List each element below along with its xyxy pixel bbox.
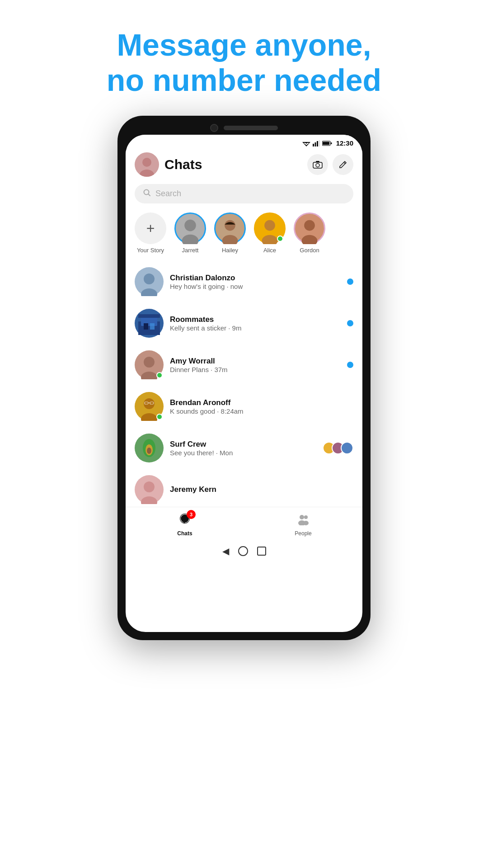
svg-rect-9: [331, 142, 332, 144]
roommates-img: [135, 309, 164, 338]
svg-rect-4: [314, 142, 316, 146]
svg-point-25: [302, 235, 318, 244]
conv-name-amy: Amy Worrall: [170, 357, 341, 366]
user-avatar[interactable]: [135, 152, 159, 177]
svg-line-17: [148, 194, 150, 196]
chats-badge: 3: [187, 510, 196, 519]
recents-button[interactable]: [257, 547, 266, 556]
battery-icon: [322, 141, 332, 146]
svg-line-15: [344, 162, 345, 164]
conv-item-amy-worrall[interactable]: Amy Worrall Dinner Plans · 37m: [126, 344, 362, 386]
svg-point-24: [304, 220, 315, 231]
conv-avatar-christian: [135, 267, 164, 296]
hailey-face: [216, 212, 244, 244]
svg-rect-8: [323, 142, 329, 145]
conv-avatar-surf: [135, 434, 164, 462]
svg-point-33: [144, 357, 155, 368]
svg-point-27: [141, 288, 157, 296]
signal-icon: [313, 140, 320, 146]
phone-frame: 12:30 Chats: [117, 116, 371, 640]
conversation-list: Christian Dalonzo Hey how's it going · n…: [126, 261, 362, 507]
conv-item-jeremy-kern[interactable]: Jeremy Kern: [126, 469, 362, 507]
story-name-alice: Alice: [263, 247, 276, 254]
nav-icon-chats: 3: [178, 513, 191, 528]
unread-dot-christian: [347, 278, 353, 285]
svg-point-19: [182, 235, 199, 244]
svg-rect-29: [141, 317, 157, 326]
compose-button[interactable]: [333, 154, 353, 175]
svg-point-51: [304, 515, 308, 519]
svg-rect-31: [144, 323, 148, 330]
unread-dot-roommates: [347, 320, 353, 326]
phone-speaker: [224, 126, 278, 130]
nav-label-people: People: [295, 530, 311, 537]
phone-camera: [210, 124, 218, 132]
story-item-gordon[interactable]: Gordon: [294, 212, 325, 254]
story-name-your-story: Your Story: [137, 247, 164, 254]
jeremy-face: [135, 475, 164, 504]
header-title: Chats: [164, 157, 302, 172]
conv-msg-roommates: Kelly sent a sticker · 9m: [170, 324, 341, 332]
conv-msg-amy: Dinner Plans · 37m: [170, 366, 341, 373]
story-item-hailey[interactable]: Hailey: [214, 212, 246, 254]
search-bar[interactable]: Search: [135, 184, 353, 203]
svg-point-34: [141, 372, 157, 379]
conv-info-surf: Surf Crew See you there! · Mon: [170, 440, 316, 457]
story-avatar-alice: [254, 212, 286, 244]
svg-rect-6: [319, 140, 320, 146]
svg-point-36: [141, 413, 157, 421]
story-avatar-gordon: [294, 212, 325, 244]
svg-rect-5: [317, 141, 318, 146]
svg-point-18: [184, 220, 196, 231]
stories-row: + Your Story Jarrett: [126, 211, 362, 261]
search-icon: [143, 189, 151, 199]
conv-item-roommates[interactable]: Roommates Kelly sent a sticker · 9m: [126, 302, 362, 344]
nav-item-people[interactable]: People: [244, 507, 362, 541]
back-button[interactable]: ◀: [222, 546, 229, 557]
story-item-your-story[interactable]: + Your Story: [135, 212, 166, 254]
svg-rect-32: [150, 323, 155, 330]
svg-point-52: [303, 521, 309, 525]
gordon-face: [295, 212, 324, 244]
conv-info-brendan: Brendan Aronoff K sounds good · 8:24am: [170, 398, 353, 415]
conv-name-jeremy: Jeremy Kern: [170, 485, 353, 494]
conv-item-christian-dalonzo[interactable]: Christian Dalonzo Hey how's it going · n…: [126, 261, 362, 302]
app-header: Chats: [126, 149, 362, 182]
svg-point-11: [140, 170, 154, 177]
christian-face: [135, 267, 164, 296]
conv-name-christian: Christian Dalonzo: [170, 274, 341, 283]
jarrett-face: [176, 212, 205, 244]
nav-item-chats[interactable]: 3 Chats: [126, 507, 244, 541]
conv-name-brendan: Brendan Aronoff: [170, 398, 353, 407]
conv-item-brendan-aronoff[interactable]: Brendan Aronoff K sounds good · 8:24am: [126, 386, 362, 427]
camera-button[interactable]: [307, 154, 328, 175]
story-item-jarrett[interactable]: Jarrett: [174, 212, 206, 254]
phone-screen: 12:30 Chats: [126, 135, 362, 632]
svg-point-42: [147, 448, 151, 454]
conv-info-roommates: Roommates Kelly sent a sticker · 9m: [170, 315, 341, 332]
story-item-alice[interactable]: Alice: [254, 212, 286, 254]
svg-rect-3: [313, 144, 314, 146]
compose-icon: [338, 160, 347, 169]
conv-item-surf-crew[interactable]: Surf Crew See you there! · Mon: [126, 427, 362, 469]
nav-icon-people: [297, 513, 310, 528]
nav-label-chats: Chats: [177, 530, 192, 537]
svg-point-20: [225, 220, 235, 231]
phone-notch: [126, 124, 362, 132]
user-avatar-img: [135, 152, 159, 177]
headline-line2: no number needed: [107, 62, 381, 98]
app-headline: Message anyone, no number needed: [89, 0, 399, 116]
home-button[interactable]: [238, 546, 248, 556]
svg-point-10: [142, 158, 151, 167]
svg-point-23: [262, 235, 278, 244]
conv-name-surf: Surf Crew: [170, 440, 316, 449]
story-name-jarrett: Jarrett: [182, 247, 199, 254]
svg-point-35: [144, 398, 155, 409]
svg-point-49: [300, 515, 304, 519]
svg-point-43: [144, 481, 155, 492]
conv-msg-surf: See you there! · Mon: [170, 449, 316, 457]
conv-avatar-jeremy: [135, 475, 164, 504]
story-name-hailey: Hailey: [222, 247, 238, 254]
unread-dot-amy: [347, 362, 353, 368]
people-icon: [297, 513, 310, 525]
